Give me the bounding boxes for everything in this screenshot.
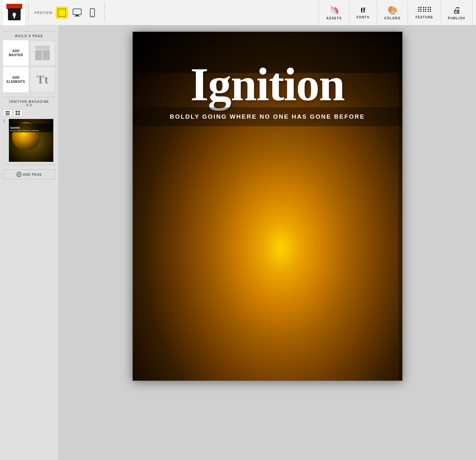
add-elements-button[interactable]: ADD ELEMENTS xyxy=(3,67,29,92)
add-page-button[interactable]: + ADD PAGE xyxy=(3,169,55,180)
sidebar: BUILD A PAGE ADD MASTER ADD ELEMENTS Tt xyxy=(0,25,59,460)
thumb-title-bar: Ignition BOLDLY GOING WHERE NO ONE HAS..… xyxy=(9,123,53,132)
svg-rect-15 xyxy=(5,114,10,115)
pages-list: 1 Ignition BOLDLY GOING WHERE NO ONE HAS… xyxy=(3,119,55,162)
grid-view-icon xyxy=(15,110,20,115)
assets-label: ASSETS xyxy=(326,16,342,20)
right-edge-shadow xyxy=(399,32,402,381)
sidebar-mid-divider xyxy=(3,97,55,97)
logo-icon xyxy=(6,4,22,21)
add-master-button[interactable]: ADD MASTER xyxy=(3,40,29,66)
page-thumbnail[interactable]: Ignition BOLDLY GOING WHERE NO ONE HAS..… xyxy=(9,119,53,162)
add-elements-label: ADD ELEMENTS xyxy=(6,76,26,84)
add-page-label: ADD PAGE xyxy=(23,173,42,176)
square-icon xyxy=(57,8,66,17)
toolbar-tools: 🦄 ASSETS ff FONTS 🎨 COLORS ⠿⠿⠿ TEXTURE 🖨… xyxy=(319,0,473,25)
add-page-plus-icon: + xyxy=(17,172,22,177)
build-buttons: ADD MASTER ADD ELEMENTS Tt xyxy=(3,40,55,92)
colors-label: COLORS xyxy=(384,16,401,20)
thumb-title-text: Ignition xyxy=(10,126,20,129)
elements-thumbnail: Tt xyxy=(30,67,55,92)
desktop-icon xyxy=(73,8,82,17)
fonts-label: FONTS xyxy=(356,16,369,19)
master-thumbnail xyxy=(30,40,55,66)
preview-label: PREVIEW xyxy=(34,11,53,15)
list-view-icon xyxy=(5,110,10,115)
preview-section: PREVIEW xyxy=(31,7,102,19)
svg-rect-4 xyxy=(58,9,66,16)
thumb-image-area: Ignition BOLDLY GOING WHERE NO ONE HAS..… xyxy=(9,119,53,162)
colors-tool[interactable]: 🎨 COLORS xyxy=(377,0,408,25)
toolbar: PREVIEW 🦄 ASSETS xyxy=(0,0,476,25)
svg-rect-13 xyxy=(5,111,10,112)
svg-rect-5 xyxy=(73,9,81,15)
publish-tool[interactable]: 🖨 PUBLISH xyxy=(440,0,473,25)
magazine-label: IGNITION MAGAZINE V.3 xyxy=(3,100,55,107)
publish-label: PUBLISH xyxy=(448,16,465,20)
magazine-page: Ignition BOLDLY GOING WHERE NO ONE HAS G… xyxy=(133,32,402,381)
fonts-tool[interactable]: ff FONTS xyxy=(349,0,376,25)
thumb-subtitle-text: BOLDLY GOING WHERE NO ONE HAS... xyxy=(10,130,52,132)
sidebar-top-divider xyxy=(3,31,55,32)
svg-rect-16 xyxy=(16,111,17,113)
svg-rect-7 xyxy=(75,16,80,16)
subtitle-bar: BOLDLY GOING WHERE NO ONE HAS GONE BEFOR… xyxy=(133,107,402,126)
svg-rect-19 xyxy=(18,113,20,115)
mobile-icon xyxy=(88,8,97,17)
page-thumb-inner: Ignition BOLDLY GOING WHERE NO ONE HAS..… xyxy=(9,119,53,162)
svg-rect-14 xyxy=(5,113,10,114)
preview-desktop-btn[interactable] xyxy=(71,7,83,19)
magazine-title: Ignition xyxy=(133,61,402,108)
unicorn-icon: 🦄 xyxy=(329,5,339,15)
magazine-subtitle: BOLDLY GOING WHERE NO ONE HAS GONE BEFOR… xyxy=(170,113,365,120)
svg-rect-12 xyxy=(43,50,50,60)
colors-icon: 🎨 xyxy=(387,5,398,15)
add-master-label: ADD MASTER xyxy=(6,49,26,57)
page-item: 1 Ignition BOLDLY GOING WHERE NO ONE HAS… xyxy=(3,119,55,162)
master-template-icon xyxy=(35,45,50,61)
magazine-title-section: Ignition xyxy=(133,32,402,108)
canvas-area[interactable]: Ignition BOLDLY GOING WHERE NO ONE HAS G… xyxy=(59,25,476,460)
fonts-icon: ff xyxy=(361,6,366,14)
svg-point-3 xyxy=(13,13,16,16)
texture-label: TEXTURE xyxy=(415,16,433,19)
preview-mobile-btn[interactable] xyxy=(86,7,98,19)
app-logo[interactable] xyxy=(3,0,25,25)
toolbar-divider-2 xyxy=(104,3,105,22)
tt-icon: Tt xyxy=(37,73,49,86)
main-content: BUILD A PAGE ADD MASTER ADD ELEMENTS Tt xyxy=(0,25,476,460)
toolbar-divider-1 xyxy=(28,3,29,22)
svg-rect-18 xyxy=(16,113,17,115)
svg-rect-11 xyxy=(35,50,42,60)
preview-square-btn[interactable] xyxy=(56,7,68,19)
sidebar-bottom-divider xyxy=(3,164,55,165)
svg-rect-17 xyxy=(18,111,20,113)
grid-view-btn[interactable] xyxy=(13,109,22,116)
assets-tool[interactable]: 🦄 ASSETS xyxy=(319,0,349,25)
page-number: 1 xyxy=(3,119,8,123)
build-label: BUILD A PAGE xyxy=(3,34,55,38)
svg-point-9 xyxy=(92,15,93,16)
publish-icon: 🖨 xyxy=(453,5,461,15)
list-view-btn[interactable] xyxy=(3,109,12,116)
svg-rect-10 xyxy=(35,46,50,49)
texture-icon: ⠿⠿⠿ xyxy=(417,6,432,14)
svg-rect-6 xyxy=(76,15,79,16)
texture-tool[interactable]: ⠿⠿⠿ TEXTURE xyxy=(407,0,440,25)
view-toggle xyxy=(3,109,55,116)
